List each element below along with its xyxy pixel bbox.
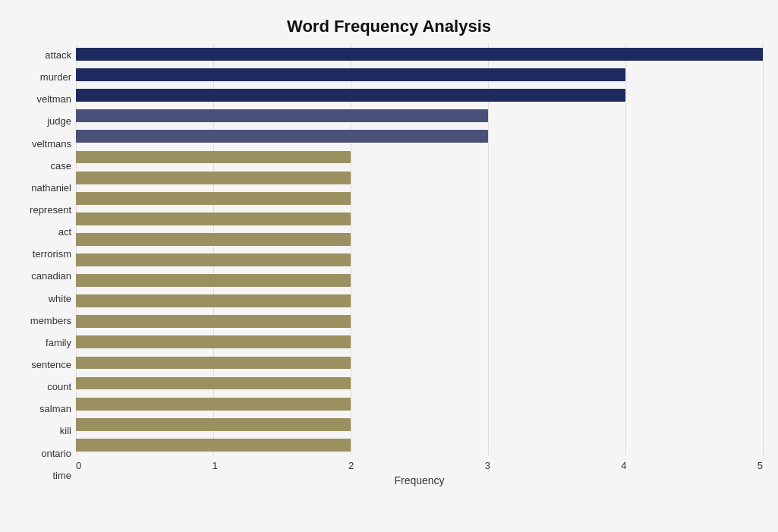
x-axis: 012345 [76,455,763,471]
bar-row [76,332,763,352]
bar [76,398,351,411]
bar-row [76,146,763,167]
y-label: family [15,338,71,348]
y-label: kill [15,426,71,436]
y-label: represent [15,205,71,215]
y-label: nathaniel [15,183,71,193]
y-label: act [15,227,71,237]
bar [76,315,351,328]
bar [76,109,488,122]
bar [76,172,351,184]
bar [76,68,625,81]
bar-row [76,394,763,414]
bars-list [76,44,763,455]
bar [76,130,488,143]
x-tick-label: 4 [621,460,626,471]
bars-area [76,44,763,455]
bar-row [76,373,763,394]
y-label: ontario [15,449,71,458]
bar-row [76,270,763,291]
bar-row [76,435,763,455]
bar-row [76,85,763,105]
bar-row [76,44,763,65]
bar-row [76,188,763,209]
bar [76,48,763,61]
chart-area: attackmurderveltmanjudgeveltmanscasenath… [15,44,763,486]
bar-row [76,105,763,126]
y-label: murder [15,72,71,82]
bar [76,357,351,370]
x-tick-label: 1 [213,460,218,471]
bar-row [76,291,763,311]
bar-row [76,126,763,146]
bar-row [76,250,763,270]
chart-title: Word Frequency Analysis [15,8,763,44]
y-label: veltmans [15,139,71,149]
bar-row [76,414,763,435]
x-tick-label: 0 [76,460,81,471]
bar-row [76,168,763,188]
bar [76,274,351,287]
y-label: time [15,471,71,480]
x-tick-label: 3 [485,460,490,471]
bar [76,233,351,246]
y-label: judge [15,116,71,126]
bar-row [76,311,763,332]
bar [76,418,351,431]
chart-container: Word Frequency Analysis attackmurdervelt… [0,0,778,532]
y-label: salman [15,404,71,414]
bar [76,192,351,205]
bar [76,212,351,225]
bar-row [76,209,763,229]
y-label: white [15,294,71,304]
x-axis-label: Frequency [76,471,763,486]
bar [76,335,351,348]
y-label: sentence [15,360,71,370]
bar [76,294,351,307]
y-label: members [15,316,71,326]
bars-and-x: 012345 Frequency [76,44,763,486]
bar [76,89,625,102]
x-tick-label: 2 [348,460,354,471]
bar [76,377,351,390]
bar-row [76,352,763,373]
y-label: canadian [15,271,71,281]
bar-row [76,65,763,85]
y-label: count [15,382,71,392]
y-axis: attackmurderveltmanjudgeveltmanscasenath… [15,44,76,486]
bar-row [76,229,763,250]
bar [76,439,351,452]
bar [76,253,351,266]
y-label: case [15,161,71,171]
y-label: attack [15,50,71,60]
y-label: terrorism [15,249,71,259]
grid-line [763,44,764,455]
x-tick-label: 5 [758,460,763,471]
bar [76,151,351,164]
y-label: veltman [15,94,71,104]
